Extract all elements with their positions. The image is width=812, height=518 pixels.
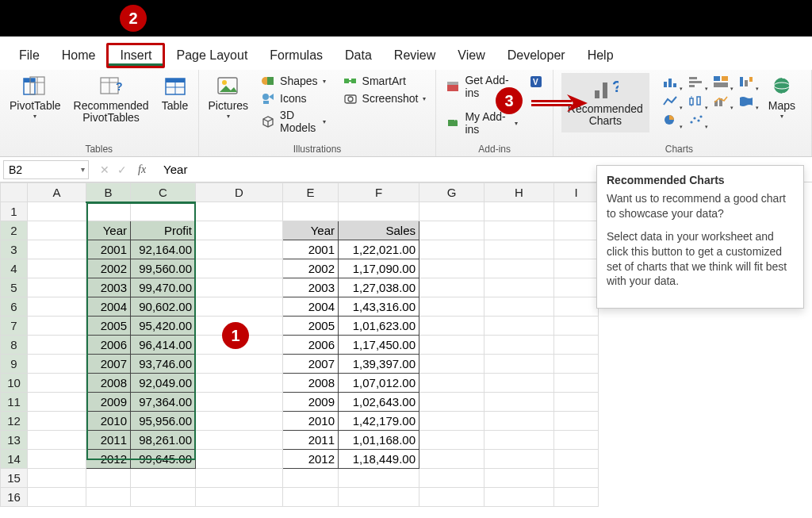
- cancel-formula-icon[interactable]: ✕: [100, 163, 109, 176]
- cell[interactable]: 2003: [86, 278, 131, 297]
- tab-view[interactable]: View: [446, 45, 496, 66]
- cell[interactable]: [554, 450, 599, 469]
- cell[interactable]: [485, 355, 554, 374]
- waterfall-chart-icon[interactable]: ▾: [735, 73, 757, 90]
- name-box[interactable]: B2 ▾: [3, 160, 89, 179]
- row-3[interactable]: 3: [1, 240, 28, 259]
- cell[interactable]: [485, 259, 554, 278]
- cell[interactable]: [485, 278, 554, 297]
- cell[interactable]: [28, 374, 86, 393]
- col-D[interactable]: D: [196, 183, 283, 202]
- cell[interactable]: 2008: [86, 374, 131, 393]
- cell[interactable]: 96,414.00: [131, 336, 196, 355]
- cell[interactable]: [339, 469, 419, 488]
- cell[interactable]: 1,18,449.00: [339, 450, 419, 469]
- cell[interactable]: 2002: [283, 259, 339, 278]
- cell[interactable]: [196, 355, 283, 374]
- cell[interactable]: [419, 202, 485, 221]
- cell[interactable]: [86, 469, 131, 488]
- cell[interactable]: [419, 355, 485, 374]
- tab-file[interactable]: File: [8, 45, 51, 66]
- row-11[interactable]: 11: [1, 393, 28, 412]
- row-13[interactable]: 13: [1, 431, 28, 450]
- cell[interactable]: [485, 488, 554, 507]
- combo-chart-icon[interactable]: ▾: [710, 92, 732, 109]
- col-A[interactable]: A: [28, 183, 86, 202]
- cell[interactable]: [554, 355, 599, 374]
- cell[interactable]: 2005: [86, 317, 131, 336]
- cell[interactable]: 1,01,168.00: [339, 431, 419, 450]
- cell[interactable]: 1,02,643.00: [339, 393, 419, 412]
- cell[interactable]: [419, 450, 485, 469]
- col-F[interactable]: F: [339, 183, 419, 202]
- cell[interactable]: 98,261.00: [131, 431, 196, 450]
- cell[interactable]: [419, 240, 485, 259]
- cell[interactable]: [339, 488, 419, 507]
- cell[interactable]: [419, 221, 485, 240]
- cell[interactable]: 2012: [86, 450, 131, 469]
- cell[interactable]: [131, 488, 196, 507]
- cell[interactable]: [131, 202, 196, 221]
- cell[interactable]: [131, 469, 196, 488]
- cell[interactable]: 93,746.00: [131, 355, 196, 374]
- cell[interactable]: [554, 297, 599, 317]
- tab-formulas[interactable]: Formulas: [259, 45, 334, 66]
- tab-data[interactable]: Data: [334, 45, 383, 66]
- cell[interactable]: [28, 355, 86, 374]
- col-B[interactable]: B: [86, 183, 131, 202]
- row-15[interactable]: 15: [1, 469, 28, 488]
- column-chart-icon[interactable]: ▾: [659, 73, 681, 90]
- pivottable-button[interactable]: PivotTable ▾: [8, 73, 63, 122]
- cell[interactable]: [339, 202, 419, 221]
- smartart-button[interactable]: SmartArt: [342, 73, 428, 89]
- cell[interactable]: [86, 202, 131, 221]
- visio-addon-icon[interactable]: V: [529, 75, 545, 91]
- 3d-models-button[interactable]: 3D Models▾: [259, 108, 327, 135]
- cell[interactable]: [419, 431, 485, 450]
- cell[interactable]: [196, 221, 283, 240]
- cell[interactable]: [28, 278, 86, 297]
- cell[interactable]: [485, 202, 554, 221]
- cell[interactable]: [485, 450, 554, 469]
- cell[interactable]: [28, 297, 86, 317]
- cell[interactable]: [196, 297, 283, 317]
- cell[interactable]: 1,42,179.00: [339, 412, 419, 431]
- cell[interactable]: 2003: [283, 278, 339, 297]
- tab-insert[interactable]: Insert: [106, 43, 165, 68]
- cell[interactable]: 99,645.00: [131, 450, 196, 469]
- cell[interactable]: [554, 374, 599, 393]
- cell[interactable]: 1,39,397.00: [339, 355, 419, 374]
- cell[interactable]: 1,07,012.00: [339, 374, 419, 393]
- icons-button[interactable]: Icons: [259, 90, 327, 106]
- map-chart-icon[interactable]: ▾: [735, 92, 757, 109]
- col-E[interactable]: E: [283, 183, 339, 202]
- shapes-button[interactable]: Shapes▾: [259, 73, 327, 89]
- cell[interactable]: 2005: [283, 317, 339, 336]
- cell[interactable]: [196, 431, 283, 450]
- row-5[interactable]: 5: [1, 278, 28, 297]
- select-all-corner[interactable]: [1, 183, 28, 202]
- row-12[interactable]: 12: [1, 412, 28, 431]
- hierarchy-chart-icon[interactable]: ▾: [710, 73, 732, 90]
- cell[interactable]: 1,17,450.00: [339, 336, 419, 355]
- cell[interactable]: [485, 374, 554, 393]
- row-1[interactable]: 1: [1, 202, 28, 221]
- cell[interactable]: 2012: [283, 450, 339, 469]
- cell[interactable]: 1,27,038.00: [339, 278, 419, 297]
- cell[interactable]: [28, 221, 86, 240]
- cell[interactable]: 1,43,316.00: [339, 297, 419, 317]
- cell[interactable]: [196, 202, 283, 221]
- cell[interactable]: [196, 469, 283, 488]
- cell[interactable]: 2009: [283, 393, 339, 412]
- cell[interactable]: [196, 450, 283, 469]
- cell[interactable]: 95,420.00: [131, 317, 196, 336]
- tab-help[interactable]: Help: [576, 45, 625, 66]
- pie-chart-icon[interactable]: ▾: [659, 111, 681, 129]
- tab-developer[interactable]: Developer: [496, 45, 576, 66]
- cell[interactable]: [28, 469, 86, 488]
- tab-home[interactable]: Home: [51, 45, 107, 66]
- cell[interactable]: [28, 336, 86, 355]
- cell[interactable]: [554, 336, 599, 355]
- cell[interactable]: 2008: [283, 374, 339, 393]
- col-C[interactable]: C: [131, 183, 196, 202]
